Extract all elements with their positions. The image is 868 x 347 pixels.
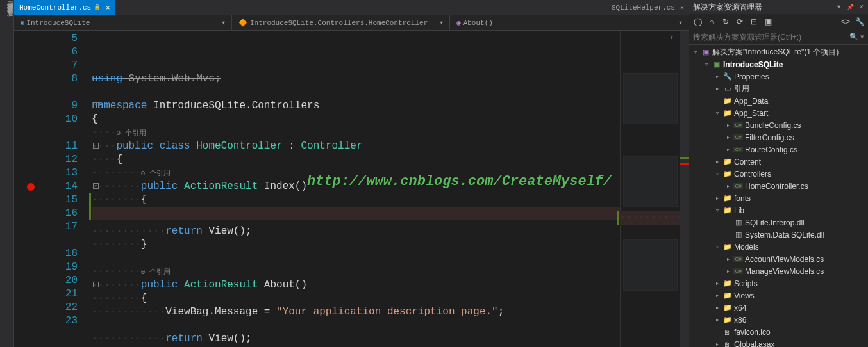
tree-chevron-icon[interactable]: ▿: [714, 244, 721, 250]
tree-chevron-icon[interactable]: ▸: [714, 159, 721, 165]
tree-chevron-icon[interactable]: ▸: [724, 134, 731, 140]
outline-toggle[interactable]: −: [93, 102, 99, 108]
tree-node[interactable]: ▿📁Models: [689, 241, 868, 253]
tree-node[interactable]: ▿▣IntroduceSQLite: [689, 58, 868, 70]
tree-node[interactable]: ▸📁x86: [689, 314, 868, 326]
code-line[interactable]: ····0 个引用: [92, 126, 620, 140]
tree-chevron-icon[interactable]: ▸: [724, 122, 731, 128]
code-line[interactable]: ············var insertSQL = SQLiteHelper…: [620, 211, 689, 225]
tree-node[interactable]: ▸C#RouteConfig.cs: [689, 143, 868, 156]
code-text-area[interactable]: http://www.cnblogs.com/CreateMyself/ usi…: [89, 31, 620, 347]
glyph-margin[interactable]: [14, 31, 47, 347]
tree-node[interactable]: ▸C#ManageViewModels.cs: [689, 265, 868, 277]
tree-chevron-icon[interactable]: ▸: [714, 86, 721, 92]
code-line[interactable]: [92, 86, 620, 99]
code-editor[interactable]: 567891011121314151617181920212223 http:/…: [14, 31, 689, 347]
outline-toggle[interactable]: −: [93, 143, 99, 149]
tool-window-sidebar[interactable]: 服务器资源管理器 工具箱: [0, 0, 14, 347]
tree-node[interactable]: ▸C#BundleConfig.cs: [689, 119, 868, 131]
tree-chevron-icon[interactable]: ▿: [714, 110, 721, 116]
close-icon[interactable]: ✕: [680, 4, 684, 12]
code-line[interactable]: ········0 个引用: [92, 265, 620, 278]
code-line[interactable]: [92, 252, 620, 265]
properties-icon[interactable]: 🔧: [855, 17, 864, 26]
refresh-icon[interactable]: ⟳: [735, 17, 744, 26]
code-line[interactable]: [92, 319, 620, 332]
outline-toggle[interactable]: −: [93, 282, 99, 287]
tree-node[interactable]: 🗎favicon.ico: [689, 326, 868, 338]
tree-chevron-icon[interactable]: ▸: [724, 147, 731, 152]
tree-chevron-icon[interactable]: ▸: [714, 305, 721, 311]
solution-tree[interactable]: ▿▣解决方案"IntroduceSQLite"(1 个项目)▿▣Introduc…: [689, 45, 868, 347]
crumb-project[interactable]: ▣ IntroduceSQLite ▼: [14, 15, 232, 30]
close-icon[interactable]: ✕: [106, 4, 110, 12]
home-icon[interactable]: ⌂: [707, 17, 716, 26]
tree-node[interactable]: ▸📁x64: [689, 302, 868, 314]
code-line[interactable]: −········public ActionResult Index(): [92, 180, 620, 193]
code-line[interactable]: ············ViewBag.Message = "Your appl…: [92, 305, 620, 319]
tree-node[interactable]: ▸🗎Global.asax: [689, 338, 868, 347]
code-line[interactable]: ············return View();: [92, 225, 620, 238]
tab-home-controller[interactable]: HomeController.cs 🔒 ✕: [14, 0, 115, 15]
code-line[interactable]: ····{: [92, 153, 620, 166]
tree-node[interactable]: ▸▭引用: [689, 83, 868, 95]
code-line[interactable]: [92, 207, 620, 220]
tree-node[interactable]: ▥System.Data.SQLite.dll: [689, 229, 868, 241]
tree-node[interactable]: ▸C#FilterConfig.cs: [689, 131, 868, 143]
tree-chevron-icon[interactable]: ▿: [692, 49, 699, 55]
tree-node[interactable]: ▿📁Lib: [689, 204, 868, 216]
crumb-class[interactable]: 🔶 IntroduceSQLite.Controllers.HomeContro…: [232, 15, 450, 30]
pin-icon[interactable]: 📌: [847, 4, 854, 10]
tree-node[interactable]: ▿▣解决方案"IntroduceSQLite"(1 个项目): [689, 46, 868, 58]
vertical-scrollbar[interactable]: [680, 31, 689, 347]
tree-node[interactable]: ▸📁fonts: [689, 192, 868, 204]
tree-node[interactable]: ▥SQLite.Interop.dll: [689, 216, 868, 229]
code-line[interactable]: ········{: [92, 292, 620, 305]
chevron-down-icon[interactable]: ▼: [440, 20, 443, 26]
tree-chevron-icon[interactable]: ▸: [714, 293, 721, 298]
close-icon[interactable]: ✕: [859, 4, 864, 10]
tree-chevron-icon[interactable]: ▸: [724, 183, 731, 189]
tree-chevron-icon[interactable]: ▿: [714, 171, 721, 177]
tree-node[interactable]: ▸📁Views: [689, 289, 868, 302]
tree-chevron-icon[interactable]: ▿: [703, 61, 710, 67]
sync-icon[interactable]: ↻: [721, 17, 730, 26]
code-line[interactable]: ········{: [92, 193, 620, 207]
tree-node[interactable]: ▸📁Scripts: [689, 277, 868, 289]
code-line[interactable]: ········}: [92, 238, 620, 252]
tree-chevron-icon[interactable]: ▸: [714, 280, 721, 286]
search-icon[interactable]: 🔍 ▾: [849, 33, 864, 41]
tree-chevron-icon[interactable]: ▸: [714, 317, 721, 323]
tree-node[interactable]: ▿📁App_Start: [689, 107, 868, 119]
panel-titlebar[interactable]: 解决方案资源管理器 ▼ 📌 ✕: [689, 0, 868, 14]
search-input[interactable]: [693, 33, 849, 42]
outline-toggle[interactable]: −: [93, 183, 99, 189]
chevron-down-icon[interactable]: ▼: [222, 20, 225, 26]
code-line[interactable]: ········0 个引用: [92, 166, 620, 180]
chevron-down-icon[interactable]: ▼: [679, 20, 682, 26]
breakpoint-icon[interactable]: [27, 183, 35, 191]
split-handle-icon[interactable]: ⇕: [670, 33, 678, 41]
code-view-icon[interactable]: <>: [841, 17, 850, 26]
panel-search-box[interactable]: 🔍 ▾: [689, 29, 868, 45]
tree-node[interactable]: ▸C#HomeController.cs: [689, 180, 868, 192]
code-line[interactable]: −········public ActionResult About(): [92, 278, 620, 292]
pin-icon[interactable]: 🔒: [94, 4, 101, 11]
code-line[interactable]: −····public class HomeController : Contr…: [92, 140, 620, 153]
collapse-icon[interactable]: ⊟: [749, 17, 758, 26]
code-line[interactable]: {: [92, 113, 620, 126]
tree-chevron-icon[interactable]: ▸: [714, 195, 721, 201]
dropdown-icon[interactable]: ▼: [836, 4, 842, 10]
tree-chevron-icon[interactable]: ▸: [724, 256, 731, 262]
tree-chevron-icon[interactable]: ▿: [714, 207, 721, 213]
tree-chevron-icon[interactable]: ▸: [724, 268, 731, 274]
back-icon[interactable]: ◯: [693, 17, 702, 26]
code-line[interactable]: −namespace IntroduceSQLite.Controllers: [92, 99, 620, 113]
show-all-icon[interactable]: ▣: [764, 17, 772, 26]
code-line[interactable]: ············return View();: [92, 332, 620, 346]
tree-node[interactable]: ▸C#AccountViewModels.cs: [689, 253, 868, 265]
tree-node[interactable]: ▸📁Content: [689, 156, 868, 168]
code-line[interactable]: using System.Web.Mvc;: [92, 72, 620, 86]
tree-chevron-icon[interactable]: ▸: [714, 341, 721, 347]
tree-node[interactable]: ▸🔧Properties: [689, 70, 868, 83]
